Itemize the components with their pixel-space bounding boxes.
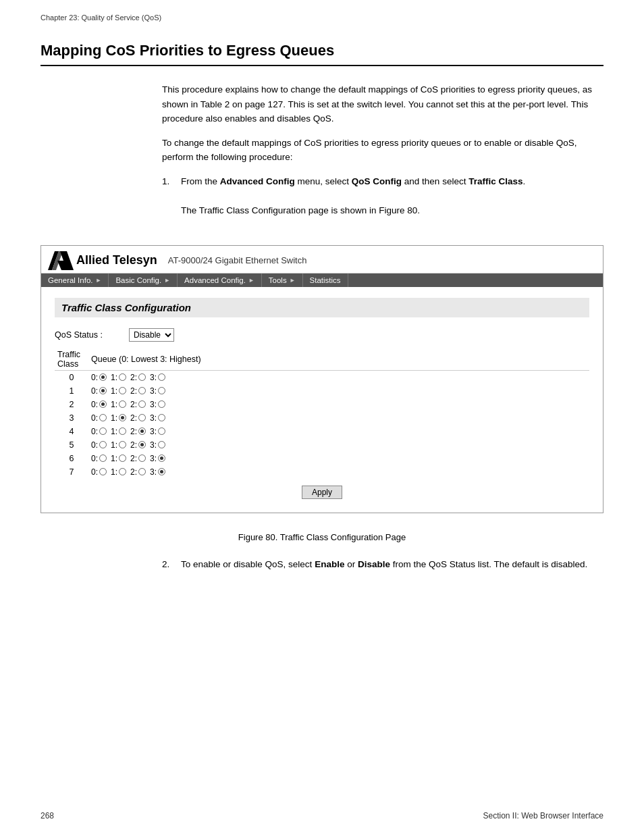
radio-button[interactable]: [158, 387, 165, 394]
nav-basic-config[interactable]: Basic Config. ►: [109, 273, 178, 287]
nav-advanced-config[interactable]: Advanced Config. ►: [178, 273, 262, 287]
radio-q3[interactable]: 3:: [150, 427, 165, 436]
radio-q3[interactable]: 3:: [150, 400, 165, 409]
radio-button[interactable]: [119, 400, 126, 408]
radio-q2[interactable]: 2:: [130, 440, 146, 450]
radio-q0[interactable]: 0:: [91, 427, 107, 436]
radio-q2[interactable]: 2:: [130, 413, 146, 423]
radio-q0[interactable]: 0:: [91, 386, 107, 396]
radio-q2[interactable]: 2:: [130, 454, 146, 463]
radio-button[interactable]: [158, 468, 165, 475]
table-row: 20:1:2:3:: [55, 398, 589, 411]
tc-queue-cell: 0:1:2:3:: [88, 384, 589, 398]
radio-button[interactable]: [138, 400, 146, 408]
radio-button[interactable]: [119, 414, 126, 421]
radio-q0[interactable]: 0:: [91, 400, 107, 409]
apply-button[interactable]: Apply: [302, 486, 342, 499]
radio-button[interactable]: [99, 414, 107, 421]
radio-q0[interactable]: 0:: [91, 373, 107, 382]
nav-general-info-label: General Info.: [48, 276, 92, 284]
screenshot-box: Allied Telesyn AT-9000/24 Gigabit Ethern…: [41, 245, 603, 513]
nav-basic-config-arrow: ►: [164, 277, 170, 284]
nav-tools[interactable]: Tools ►: [262, 273, 303, 287]
qos-status-label: QoS Status :: [55, 330, 129, 340]
radio-button[interactable]: [99, 427, 107, 435]
radio-q1[interactable]: 1:: [111, 386, 126, 396]
radio-button[interactable]: [99, 387, 107, 394]
chapter-header: Chapter 23: Quality of Service (QoS): [41, 14, 603, 22]
queue-options: 0:1:2:3:: [91, 427, 587, 436]
figure-caption: Figure 80. Traffic Class Configuration P…: [41, 532, 603, 542]
radio-button[interactable]: [138, 468, 146, 475]
radio-button[interactable]: [158, 441, 165, 448]
nav-general-info-arrow: ►: [95, 277, 101, 284]
radio-button[interactable]: [99, 373, 107, 381]
radio-button[interactable]: [138, 454, 146, 462]
queue-options: 0:1:2:3:: [91, 386, 587, 396]
radio-q0[interactable]: 0:: [91, 467, 107, 477]
radio-q1[interactable]: 1:: [111, 427, 126, 436]
radio-button[interactable]: [158, 427, 165, 435]
radio-button[interactable]: [138, 387, 146, 394]
radio-q1[interactable]: 1:: [111, 467, 126, 477]
radio-q3[interactable]: 3:: [150, 413, 165, 423]
nav-statistics[interactable]: Statistics: [303, 273, 348, 287]
nav-statistics-label: Statistics: [310, 276, 341, 284]
radio-button[interactable]: [99, 441, 107, 448]
tc-queue-cell: 0:1:2:3:: [88, 411, 589, 425]
radio-q2[interactable]: 2:: [130, 427, 146, 436]
step1-num: 1.: [162, 174, 174, 218]
qos-status-select[interactable]: Disable Enable: [129, 328, 174, 342]
queue-options: 0:1:2:3:: [91, 467, 587, 477]
radio-q3[interactable]: 3:: [150, 467, 165, 477]
radio-q1[interactable]: 1:: [111, 413, 126, 423]
footer-section: Section II: Web Browser Interface: [483, 811, 603, 820]
radio-q3[interactable]: 3:: [150, 454, 165, 463]
radio-button[interactable]: [158, 414, 165, 421]
radio-button[interactable]: [99, 400, 107, 408]
queue-options: 0:1:2:3:: [91, 373, 587, 382]
radio-q1[interactable]: 1:: [111, 440, 126, 450]
radio-q3[interactable]: 3:: [150, 373, 165, 382]
radio-button[interactable]: [99, 468, 107, 475]
nav-general-info[interactable]: General Info. ►: [41, 273, 109, 287]
queue-options: 0:1:2:3:: [91, 440, 587, 450]
radio-button[interactable]: [119, 427, 126, 435]
radio-button[interactable]: [119, 387, 126, 394]
queue-options: 0:1:2:3:: [91, 400, 587, 409]
tc-class-num: 7: [55, 465, 88, 479]
radio-q1[interactable]: 1:: [111, 454, 126, 463]
qos-status-row: QoS Status : Disable Enable: [55, 328, 589, 342]
radio-button[interactable]: [119, 468, 126, 475]
radio-q1[interactable]: 1:: [111, 400, 126, 409]
radio-q0[interactable]: 0:: [91, 454, 107, 463]
at-logo-graphic: [48, 251, 74, 270]
radio-button[interactable]: [158, 400, 165, 408]
radio-q2[interactable]: 2:: [130, 467, 146, 477]
radio-button[interactable]: [158, 454, 165, 462]
radio-q1[interactable]: 1:: [111, 373, 126, 382]
page-title: Mapping CoS Priorities to Egress Queues: [41, 42, 603, 66]
radio-button[interactable]: [138, 427, 146, 435]
tc-class-num: 4: [55, 425, 88, 438]
radio-button[interactable]: [138, 441, 146, 448]
radio-button[interactable]: [119, 441, 126, 448]
at-logo-text: Allied Telesyn: [76, 253, 157, 267]
radio-button[interactable]: [119, 373, 126, 381]
radio-q2[interactable]: 2:: [130, 373, 146, 382]
radio-q2[interactable]: 2:: [130, 400, 146, 409]
radio-q0[interactable]: 0:: [91, 413, 107, 423]
tc-class-num: 6: [55, 452, 88, 465]
radio-button[interactable]: [158, 373, 165, 381]
radio-q3[interactable]: 3:: [150, 386, 165, 396]
radio-q2[interactable]: 2:: [130, 386, 146, 396]
table-row: 40:1:2:3:: [55, 425, 589, 438]
radio-q3[interactable]: 3:: [150, 440, 165, 450]
radio-q0[interactable]: 0:: [91, 440, 107, 450]
radio-button[interactable]: [119, 454, 126, 462]
radio-button[interactable]: [99, 454, 107, 462]
radio-button[interactable]: [138, 373, 146, 381]
radio-button[interactable]: [138, 414, 146, 421]
tc-queue-cell: 0:1:2:3:: [88, 398, 589, 411]
intro-paragraph2: To change the default mappings of CoS pr…: [162, 136, 603, 165]
